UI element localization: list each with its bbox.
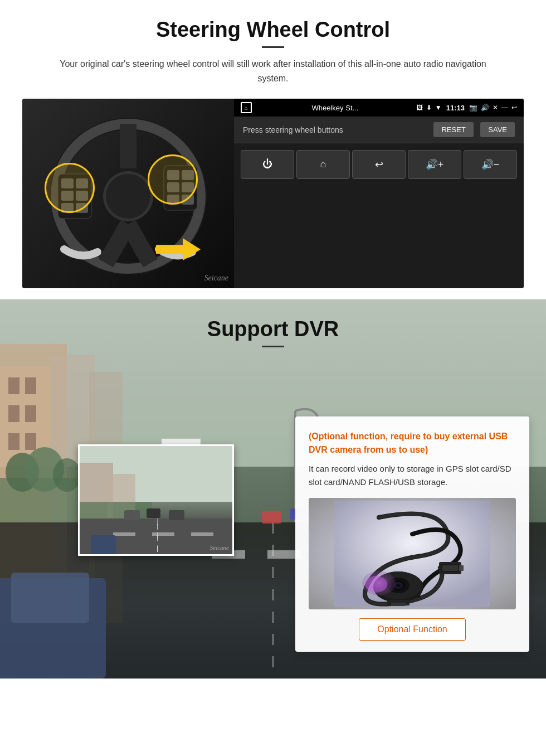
volume-icon: 🔊: [481, 104, 489, 112]
dvr-preview-inner: Seicane: [80, 446, 232, 554]
highlight-circle-left: [45, 163, 95, 213]
svg-rect-26: [8, 405, 20, 422]
dvr-info-card: (Optional function, require to buy exter…: [295, 416, 529, 652]
svg-rect-62: [169, 510, 184, 520]
hu-header: Press steering wheel buttons RESET SAVE: [234, 117, 524, 143]
svg-rect-67: [91, 535, 116, 555]
svg-rect-50: [11, 573, 89, 623]
header-label: Press steering wheel buttons: [243, 125, 343, 134]
status-icons: 🖼 ⬇ ▼: [416, 104, 442, 112]
dvr-title-divider: [262, 346, 284, 347]
vol-up-button[interactable]: 🔊+: [408, 150, 461, 179]
svg-rect-82: [459, 565, 464, 571]
dvr-camera-svg: [334, 501, 490, 607]
svg-rect-63: [113, 532, 135, 536]
image-icon: 🖼: [416, 104, 423, 112]
home-button[interactable]: ⌂: [296, 150, 350, 179]
steering-section: Steering Wheel Control Your original car…: [0, 0, 546, 299]
svg-rect-25: [25, 377, 36, 394]
svg-point-74: [396, 584, 401, 587]
dvr-section: FOR SALE Support DVR: [0, 299, 546, 679]
dvr-optional-note: (Optional function, require to buy exter…: [309, 430, 516, 457]
statusbar: ⌂ Wheelkey St... 🖼 ⬇ ▼ 11:13 📷 🔊 ✕ — ↩: [234, 99, 524, 117]
power-button[interactable]: ⏻: [241, 150, 294, 179]
home-icon[interactable]: ⌂: [241, 102, 252, 113]
camera-icon: 📷: [469, 104, 477, 112]
highlight-circle-right: [148, 154, 198, 205]
svg-point-76: [365, 576, 387, 593]
svg-rect-78: [391, 603, 406, 606]
minimize-icon[interactable]: —: [501, 104, 508, 112]
dvr-seicane-watermark: Seicane: [210, 544, 229, 551]
usb-icon: ⬇: [426, 104, 432, 112]
wifi-icon: ▼: [435, 104, 442, 112]
svg-rect-61: [147, 508, 160, 518]
svg-rect-81: [442, 565, 458, 571]
steering-wheel-panel: Seicane: [22, 99, 234, 288]
svg-rect-60: [124, 510, 140, 520]
app-title: Wheelkey St...: [259, 104, 412, 112]
svg-rect-24: [8, 377, 20, 394]
seicane-watermark-1: Seicane: [204, 274, 228, 283]
steering-title: Steering Wheel Control: [22, 18, 524, 42]
svg-rect-28: [8, 433, 20, 450]
dvr-camera-image: [309, 498, 516, 609]
steering-image-container: Seicane ⌂ Wheelkey St... 🖼 ⬇ ▼ 11:13 📷 🔊…: [22, 99, 524, 288]
dvr-preview-image: Seicane: [78, 444, 234, 556]
dvr-description: It can record video only to storage in G…: [309, 462, 516, 489]
svg-point-35: [53, 458, 81, 492]
svg-rect-65: [191, 532, 213, 536]
head-unit-ui: ⌂ Wheelkey St... 🖼 ⬇ ▼ 11:13 📷 🔊 ✕ — ↩: [234, 99, 524, 288]
back-icon[interactable]: ↩: [511, 104, 517, 112]
title-divider: [262, 46, 284, 48]
system-icons: 📷 🔊 ✕ — ↩: [469, 104, 517, 112]
save-button[interactable]: SAVE: [480, 122, 515, 137]
steering-description: Your original car's steering wheel contr…: [45, 57, 501, 85]
optional-function-button[interactable]: Optional Function: [359, 618, 465, 641]
vol-down-button[interactable]: 🔊−: [464, 150, 517, 179]
steering-buttons-grid: ⏻ ⌂ ↩ 🔊+ 🔊−: [234, 143, 524, 186]
dvr-preview-svg: [80, 446, 234, 556]
svg-rect-43: [262, 511, 281, 524]
svg-rect-27: [25, 405, 36, 422]
back-button[interactable]: ↩: [352, 150, 406, 179]
svg-rect-64: [152, 532, 174, 536]
svg-point-6: [106, 174, 150, 219]
reset-button[interactable]: RESET: [433, 122, 473, 137]
svg-rect-29: [25, 433, 36, 450]
clock: 11:13: [446, 104, 465, 112]
dvr-header: Support DVR: [0, 299, 546, 356]
action-buttons: RESET SAVE: [429, 122, 515, 137]
close-icon[interactable]: ✕: [493, 104, 498, 112]
dvr-title: Support DVR: [0, 317, 546, 341]
svg-line-4: [128, 224, 150, 263]
